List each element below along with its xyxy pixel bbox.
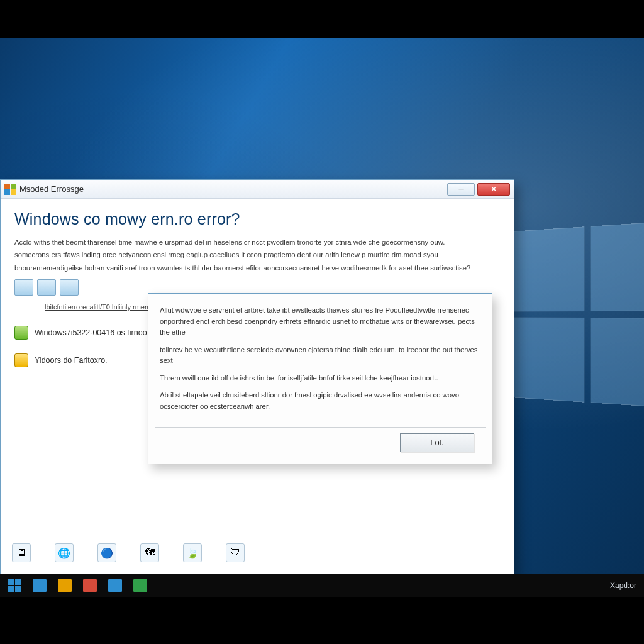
dialog-footer: Lot. (155, 427, 486, 457)
windows-update-icon (14, 326, 28, 340)
list-item-label: Yidoors do Faritoxro. (35, 356, 108, 365)
taskbar-app-icon[interactable] (33, 579, 47, 592)
system-tray-text[interactable]: Xapd:or (610, 581, 636, 590)
quicklaunch-row: 🖥 🌐 🔵 🗺 🍃 🛡 (12, 543, 245, 562)
error-text-line: somecrons ers tfaws lnding orce hetyanco… (14, 250, 499, 260)
ok-button[interactable]: Lot. (400, 433, 474, 452)
error-heading: Windows co mowy ern.ro error? (14, 210, 499, 228)
error-window: Msoded Errossge ─ ✕ Windows co mowy ern.… (0, 179, 514, 574)
list-item-label: Windows7i5322-00416 os tirnoo s- (35, 328, 155, 337)
ql-item[interactable]: 🔵 (97, 543, 116, 562)
taskbar-app-icon[interactable] (58, 579, 72, 592)
dialog-text: tolinrev be ve weauthrtione sereicde ovo… (160, 345, 480, 367)
dialog-text: Allut wdwvbe elservrent et artbret take … (160, 305, 480, 338)
error-text-line: bnourememerdigeilse bohan vanifi sref tr… (14, 263, 499, 273)
message-dialog: Allut wdwvbe elservrent et artbret take … (148, 293, 492, 464)
window-title: Msoded Errossge (19, 184, 84, 194)
desktop: Msoded Errossge ─ ✕ Windows co mowy ern.… (0, 38, 644, 597)
ql-item[interactable]: 🛡 (226, 543, 245, 562)
minimize-button[interactable]: ─ (447, 183, 475, 196)
thumb-icon (60, 279, 79, 296)
folder-icon (14, 353, 28, 367)
taskbar-app-icon[interactable] (108, 579, 122, 592)
ql-item[interactable]: 🍃 (183, 543, 202, 562)
dialog-body: Allut wdwvbe elservrent et artbret take … (148, 294, 492, 425)
thumb-icon (37, 279, 56, 296)
close-button[interactable]: ✕ (477, 183, 510, 196)
error-text-line: Acclo withs thet beomt tharensel time ma… (14, 237, 499, 247)
ql-item[interactable]: 🗺 (140, 543, 159, 562)
taskbar-app-icon[interactable] (83, 579, 97, 592)
windows-flag-icon (4, 184, 16, 195)
start-button[interactable] (8, 579, 21, 592)
dialog-text: Threm wvill one ild olf de ishrs tin be … (160, 373, 480, 384)
ql-item[interactable]: 🖥 (12, 543, 31, 562)
taskbar-app-icon[interactable] (133, 579, 147, 592)
ql-item[interactable]: 🌐 (55, 543, 74, 562)
windows-logo-watermark (509, 221, 644, 408)
dialog-text: Ab il st eltapale veil clrusiteberd slti… (160, 390, 480, 412)
thumb-icon (14, 279, 33, 296)
taskbar[interactable]: Xapd:or (0, 574, 644, 597)
titlebar[interactable]: Msoded Errossge ─ ✕ (1, 180, 514, 199)
